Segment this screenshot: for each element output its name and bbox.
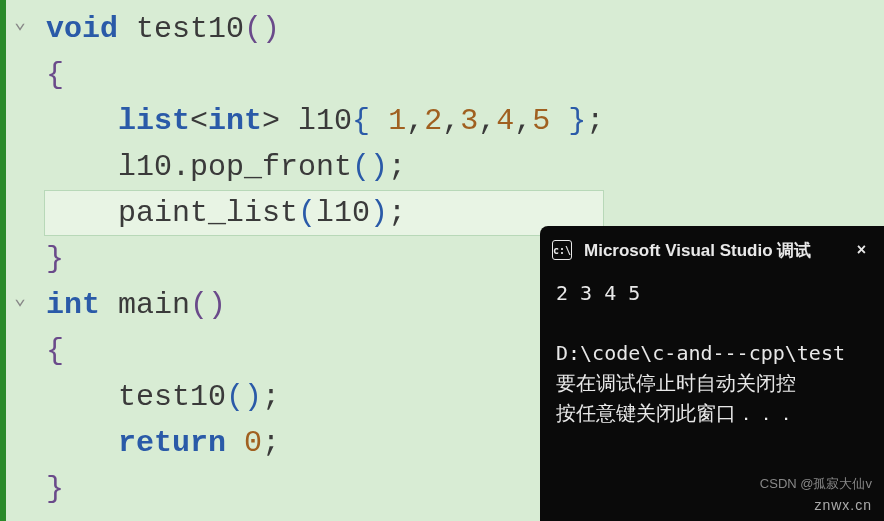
code-line[interactable]: void test10() <box>46 6 604 52</box>
console-title-text: Microsoft Visual Studio 调试 <box>584 239 811 262</box>
fold-toggle <box>14 368 44 414</box>
fold-toggle <box>14 460 44 506</box>
fold-toggle[interactable]: ⌄ <box>14 0 44 46</box>
debug-console: c:\ Microsoft Visual Studio 调试 × 2 3 4 5… <box>540 226 884 521</box>
terminal-icon: c:\ <box>552 240 572 260</box>
code-line[interactable]: } <box>46 466 604 512</box>
close-icon[interactable]: × <box>851 241 872 259</box>
fold-toggle <box>14 322 44 368</box>
code-line[interactable]: } <box>46 236 604 282</box>
path-line: D:\code\c-and---cpp\test <box>556 341 845 365</box>
code-line[interactable]: return 0; <box>46 420 604 466</box>
console-titlebar[interactable]: c:\ Microsoft Visual Studio 调试 × <box>540 226 884 274</box>
fold-toggle <box>14 92 44 138</box>
output-line: 2 3 4 5 <box>556 281 640 305</box>
znwx-watermark: znwx.cn <box>814 497 872 513</box>
code-line[interactable]: int main() <box>46 282 604 328</box>
code-line[interactable]: list<int> l10{ 1,2,3,4,5 }; <box>46 98 604 144</box>
fold-toggle <box>14 46 44 92</box>
code-line[interactable]: paint_list(l10); <box>44 190 604 236</box>
fold-toggle <box>14 138 44 184</box>
fold-toggle <box>14 414 44 460</box>
code-area[interactable]: void test10(){ list<int> l10{ 1,2,3,4,5 … <box>46 6 604 512</box>
csdn-watermark: CSDN @孤寂大仙v <box>760 475 872 493</box>
console-output[interactable]: 2 3 4 5 D:\code\c-and---cpp\test 要在调试停止时… <box>540 274 884 432</box>
fold-toggle <box>14 184 44 230</box>
msg-line-2: 按任意键关闭此窗口．．． <box>556 401 796 425</box>
code-line[interactable]: { <box>46 328 604 374</box>
fold-toggle[interactable]: ⌄ <box>14 276 44 322</box>
fold-gutter: ⌄⌄ <box>14 0 44 506</box>
code-line[interactable]: test10(); <box>46 374 604 420</box>
fold-toggle <box>14 230 44 276</box>
code-line[interactable]: l10.pop_front(); <box>46 144 604 190</box>
msg-line-1: 要在调试停止时自动关闭控 <box>556 371 796 395</box>
code-line[interactable]: { <box>46 52 604 98</box>
